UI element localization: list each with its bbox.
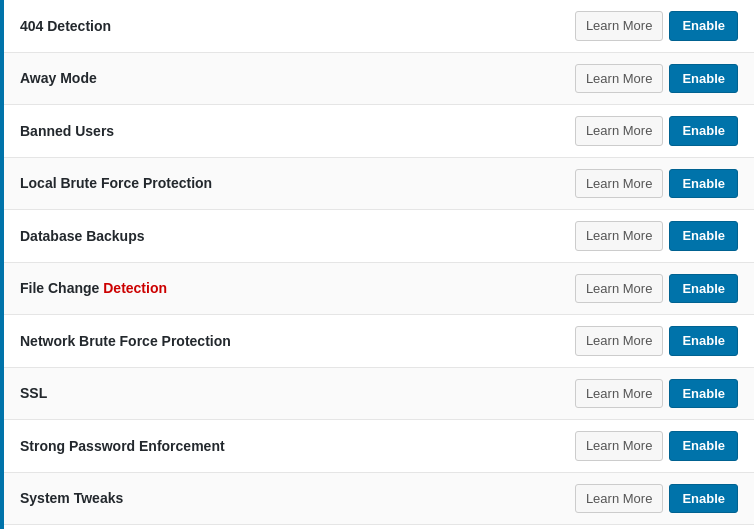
feature-name-local-brute-force: Local Brute Force Protection (20, 175, 575, 191)
enable-button-database-backups[interactable]: Enable (669, 221, 738, 251)
feature-row: Database BackupsLearn MoreEnable (4, 210, 754, 263)
learn-more-button-404-detection[interactable]: Learn More (575, 11, 663, 41)
enable-button-404-detection[interactable]: Enable (669, 11, 738, 41)
highlight-text: Detection (103, 280, 167, 296)
feature-actions-local-brute-force: Learn MoreEnable (575, 169, 738, 199)
feature-actions-network-brute-force: Learn MoreEnable (575, 326, 738, 356)
learn-more-button-strong-password[interactable]: Learn More (575, 431, 663, 461)
feature-row: Strong Password EnforcementLearn MoreEna… (4, 420, 754, 473)
feature-name-strong-password: Strong Password Enforcement (20, 438, 575, 454)
feature-row: Network Brute Force ProtectionLearn More… (4, 315, 754, 368)
learn-more-button-banned-users[interactable]: Learn More (575, 116, 663, 146)
feature-row: SSLLearn MoreEnable (4, 368, 754, 421)
feature-row: Local Brute Force ProtectionLearn MoreEn… (4, 158, 754, 211)
feature-row: Away ModeLearn MoreEnable (4, 53, 754, 106)
feature-name-file-change-detection: File Change Detection (20, 280, 575, 296)
enable-button-local-brute-force[interactable]: Enable (669, 169, 738, 199)
feature-actions-away-mode: Learn MoreEnable (575, 64, 738, 94)
learn-more-button-away-mode[interactable]: Learn More (575, 64, 663, 94)
learn-more-button-ssl[interactable]: Learn More (575, 379, 663, 409)
feature-row: 404 DetectionLearn MoreEnable (4, 0, 754, 53)
feature-actions-system-tweaks: Learn MoreEnable (575, 484, 738, 514)
enable-button-network-brute-force[interactable]: Enable (669, 326, 738, 356)
learn-more-button-network-brute-force[interactable]: Learn More (575, 326, 663, 356)
enable-button-system-tweaks[interactable]: Enable (669, 484, 738, 514)
feature-name-banned-users: Banned Users (20, 123, 575, 139)
enable-button-file-change-detection[interactable]: Enable (669, 274, 738, 304)
feature-name-404-detection: 404 Detection (20, 18, 575, 34)
feature-actions-database-backups: Learn MoreEnable (575, 221, 738, 251)
feature-row: File Change DetectionLearn MoreEnable (4, 263, 754, 316)
enable-button-away-mode[interactable]: Enable (669, 64, 738, 94)
feature-actions-ssl: Learn MoreEnable (575, 379, 738, 409)
enable-button-ssl[interactable]: Enable (669, 379, 738, 409)
feature-actions-strong-password: Learn MoreEnable (575, 431, 738, 461)
learn-more-button-local-brute-force[interactable]: Learn More (575, 169, 663, 199)
learn-more-button-file-change-detection[interactable]: Learn More (575, 274, 663, 304)
feature-actions-banned-users: Learn MoreEnable (575, 116, 738, 146)
learn-more-button-system-tweaks[interactable]: Learn More (575, 484, 663, 514)
feature-row: Banned UsersLearn MoreEnable (4, 105, 754, 158)
feature-name-away-mode: Away Mode (20, 70, 575, 86)
learn-more-button-database-backups[interactable]: Learn More (575, 221, 663, 251)
feature-row: System TweaksLearn MoreEnable (4, 473, 754, 526)
feature-list: 404 DetectionLearn MoreEnableAway ModeLe… (0, 0, 754, 529)
feature-name-network-brute-force: Network Brute Force Protection (20, 333, 575, 349)
enable-button-strong-password[interactable]: Enable (669, 431, 738, 461)
feature-actions-404-detection: Learn MoreEnable (575, 11, 738, 41)
feature-actions-file-change-detection: Learn MoreEnable (575, 274, 738, 304)
feature-name-ssl: SSL (20, 385, 575, 401)
enable-button-banned-users[interactable]: Enable (669, 116, 738, 146)
feature-name-system-tweaks: System Tweaks (20, 490, 575, 506)
feature-row: WordPress TweaksLearn MoreEnable (4, 525, 754, 529)
feature-name-database-backups: Database Backups (20, 228, 575, 244)
